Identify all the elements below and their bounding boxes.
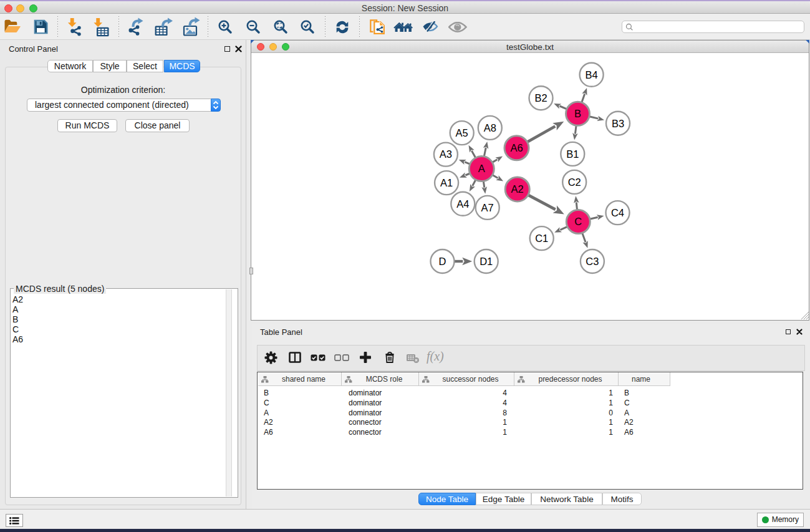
svg-text:A4: A4 — [456, 198, 469, 210]
svg-text:D: D — [439, 256, 446, 267]
svg-text:C3: C3 — [586, 256, 599, 267]
svg-text:B1: B1 — [566, 148, 579, 160]
svg-text:B3: B3 — [612, 118, 624, 129]
svg-text:A3: A3 — [440, 148, 452, 160]
svg-text:B4: B4 — [586, 69, 598, 80]
svg-text:C4: C4 — [611, 207, 624, 218]
svg-text:C2: C2 — [568, 177, 581, 188]
svg-text:B: B — [574, 108, 581, 119]
svg-text:A5: A5 — [456, 127, 468, 138]
svg-text:D1: D1 — [480, 256, 493, 267]
svg-text:A1: A1 — [440, 177, 453, 188]
svg-text:C: C — [574, 216, 582, 227]
svg-text:A: A — [478, 163, 485, 174]
svg-text:A2: A2 — [511, 183, 524, 195]
svg-text:A7: A7 — [481, 202, 494, 213]
svg-text:B2: B2 — [534, 92, 547, 104]
svg-text:C1: C1 — [535, 233, 548, 244]
svg-text:A6: A6 — [510, 142, 523, 153]
svg-text:A8: A8 — [484, 122, 496, 133]
